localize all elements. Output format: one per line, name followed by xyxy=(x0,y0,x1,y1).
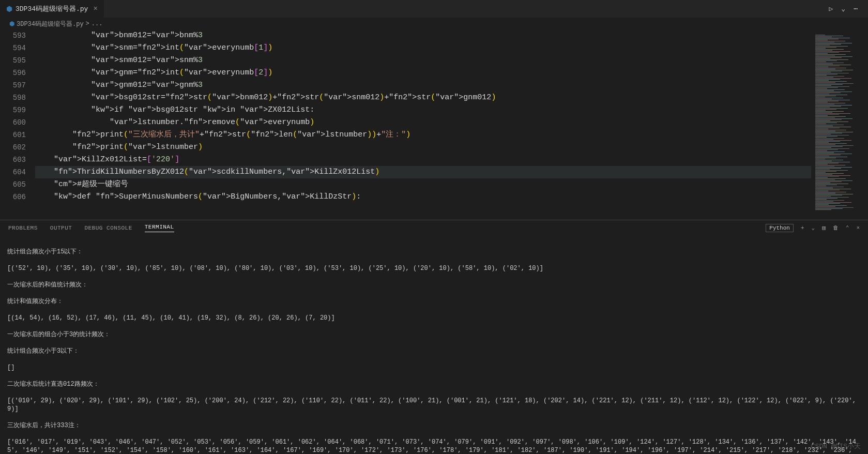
line-number: 602 xyxy=(0,141,26,154)
code-line[interactable]: "var">gnm012="var">gnm%3 xyxy=(35,79,811,92)
panel-tab-bar: PROBLEMS OUTPUT DEBUG CONSOLE TERMINAL P… xyxy=(0,220,868,235)
line-number: 598 xyxy=(0,92,26,104)
tab-terminal[interactable]: TERMINAL xyxy=(145,224,174,232)
minimap[interactable] xyxy=(811,29,868,220)
kill-terminal-icon[interactable]: 🗑 xyxy=(833,224,839,231)
code-line[interactable]: "cm">#超级一键缩号 xyxy=(35,178,811,191)
code-line[interactable]: "var">KillZx012List=['220'] xyxy=(35,154,811,166)
line-number: 593 xyxy=(0,29,26,42)
split-terminal-icon[interactable]: ▥ xyxy=(822,224,826,231)
tab-problems[interactable]: PROBLEMS xyxy=(8,225,38,231)
kernel-label: Python xyxy=(769,225,790,231)
python-file-icon: ⬢ xyxy=(9,20,14,28)
python-file-icon: ⬢ xyxy=(6,5,12,13)
editor[interactable]: 5935945955965975985996006016026036046056… xyxy=(0,29,868,220)
term-line: 二次缩水后统计直选012路频次： xyxy=(7,380,861,388)
editor-actions: ▷ ⌄ ⋯ xyxy=(829,5,868,13)
close-icon[interactable]: × xyxy=(93,5,97,13)
code-line[interactable]: "kw">if "var">bsg012str "kw">in "var">ZX… xyxy=(35,104,811,116)
line-number: 606 xyxy=(0,191,26,203)
add-terminal-icon[interactable]: + xyxy=(801,225,804,231)
term-line: [('010', 29), ('020', 29), ('101', 29), … xyxy=(7,397,861,413)
code-line[interactable]: "kw">def "fn">SuperMinusNumbers("var">Bi… xyxy=(35,191,811,203)
line-number: 601 xyxy=(0,129,26,141)
run-icon[interactable]: ▷ xyxy=(829,5,833,13)
file-tab[interactable]: ⬢ 3DP34码超级缩号器.py × xyxy=(0,0,104,18)
watermark: CSDN @GIS小天 xyxy=(811,443,861,451)
line-number: 603 xyxy=(0,154,26,166)
term-line: 一次缩水后的和值统计频次： xyxy=(7,281,861,289)
maximize-panel-icon[interactable]: ⌃ xyxy=(846,224,849,231)
line-number: 600 xyxy=(0,116,26,129)
code-line[interactable]: "var">snm="fn2">int("var">everynumb[1]) xyxy=(35,42,811,54)
tab-filename: 3DP34码超级缩号器.py xyxy=(16,4,88,13)
breadcrumb[interactable]: ⬢ 3DP34码超级缩号器.py > ... xyxy=(0,18,868,29)
code-line[interactable]: "var">snm012="var">snm%3 xyxy=(35,54,811,67)
line-number: 605 xyxy=(0,178,26,191)
chevron-right-icon: > xyxy=(86,20,89,27)
term-line: 三次缩水后，共计333注： xyxy=(7,421,861,430)
breadcrumb-more: ... xyxy=(92,20,103,27)
line-number: 596 xyxy=(0,67,26,79)
tab-output[interactable]: OUTPUT xyxy=(50,225,72,231)
tab-bar: ⬢ 3DP34码超级缩号器.py × ▷ ⌄ ⋯ xyxy=(0,0,868,18)
term-line: ['016', '017', '019', '043', '046', '047… xyxy=(7,438,861,454)
term-line: 统计组合频次小于15以下： xyxy=(7,248,861,256)
term-line: 统计和值频次分布： xyxy=(7,297,861,306)
run-dropdown-icon[interactable]: ⌄ xyxy=(841,5,845,13)
close-panel-icon[interactable]: × xyxy=(856,225,860,231)
code-line[interactable]: "var">lstnumber."fn">remove("var">everyn… xyxy=(35,116,811,129)
code-line[interactable]: "fn2">print("var">lstnumber) xyxy=(35,141,811,154)
line-gutter: 5935945955965975985996006016026036046056… xyxy=(0,29,35,220)
terminal-kernel-badge[interactable]: Python xyxy=(766,224,794,232)
line-number: 604 xyxy=(0,166,26,178)
terminal-output[interactable]: 统计组合频次小于15以下： [('52', 10), ('35', 10), (… xyxy=(0,235,868,454)
line-number: 597 xyxy=(0,79,26,92)
code-line[interactable]: "fn2">print("三次缩水后，共计"+"fn2">str("fn2">l… xyxy=(35,129,811,141)
code-line[interactable]: "var">bsg012str="fn2">str("var">bnm012)+… xyxy=(35,92,811,104)
code-line[interactable]: "fn">ThridKillNumbersByZX012("var">scdki… xyxy=(35,166,811,178)
term-line: 统计组合频次小于3以下： xyxy=(7,347,861,355)
code-line[interactable]: "var">gnm="fn2">int("var">everynumb[2]) xyxy=(35,67,811,79)
more-icon[interactable]: ⋯ xyxy=(854,5,858,13)
line-number: 595 xyxy=(0,54,26,67)
line-number: 594 xyxy=(0,42,26,54)
term-line: [('52', 10), ('35', 10), ('30', 10), ('8… xyxy=(7,264,861,273)
breadcrumb-file: 3DP34码超级缩号器.py xyxy=(17,20,84,28)
code-line[interactable]: "var">bnm012="var">bnm%3 xyxy=(35,29,811,42)
panel-actions: Python + ⌄ ▥ 🗑 ⌃ × xyxy=(766,224,860,232)
term-line: [(14, 54), (16, 52), (17, 46), (11, 45),… xyxy=(7,314,861,322)
term-line: [] xyxy=(7,364,861,372)
tab-debug-console[interactable]: DEBUG CONSOLE xyxy=(84,225,132,231)
terminal-dropdown-icon[interactable]: ⌄ xyxy=(812,224,815,231)
code-content[interactable]: "var">bnm012="var">bnm%3 "var">snm="fn2"… xyxy=(35,29,811,220)
term-line: 一次缩水后的组合小于3的统计频次： xyxy=(7,330,861,339)
line-number: 599 xyxy=(0,104,26,116)
